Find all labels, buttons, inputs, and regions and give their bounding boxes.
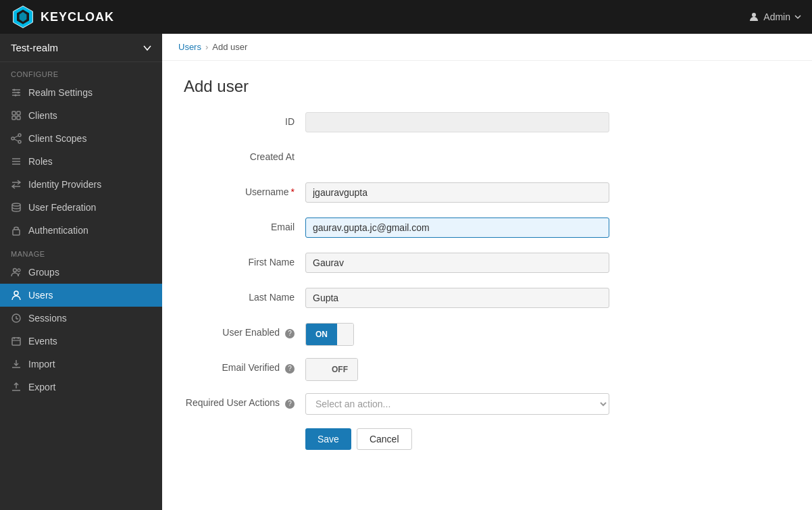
first-name-label: First Name [184,253,305,267]
email-verified-help-icon[interactable]: ? [285,364,295,374]
upload-icon [11,382,22,392]
cancel-button[interactable]: Cancel [357,428,412,450]
sidebar-item-import[interactable]: Import [0,353,162,376]
exchange-icon [11,179,22,190]
svg-point-3 [752,13,756,17]
configure-section-label: Configure [0,62,162,81]
svg-rect-13 [17,116,20,120]
sidebar-item-label: Realm Settings [28,87,93,98]
email-row: Email [184,218,790,242]
navbar: KEYCLOAK Admin [0,0,812,34]
first-name-row: First Name [184,253,790,277]
user-menu[interactable]: Admin [748,11,801,22]
toggle-on-button[interactable]: ON [306,324,337,345]
user-enabled-toggle-control[interactable]: ON [305,323,354,346]
sidebar-item-label: Groups [28,267,59,278]
last-name-label: Last Name [184,288,305,303]
svg-point-16 [18,141,21,143]
breadcrumb-current: Add user [212,42,247,52]
user-dropdown-icon [794,14,801,20]
email-verified-toggle: OFF [305,358,358,381]
first-name-input[interactable] [305,253,609,273]
brand: KEYCLOAK [11,5,114,29]
user-single-icon [11,290,22,301]
required-actions-help-icon[interactable]: ? [285,399,295,409]
sidebar-item-users[interactable]: Users [0,284,162,307]
sidebar-item-groups[interactable]: Groups [0,261,162,284]
user-label: Admin [763,11,790,22]
puzzle-icon [11,110,22,121]
database-icon [11,202,22,213]
form-buttons: Save Cancel [305,428,790,450]
clock-icon [11,313,22,324]
email-input[interactable] [305,218,609,238]
svg-point-7 [18,92,20,94]
breadcrumb-users-link[interactable]: Users [178,42,201,52]
sidebar-item-label: Identity Providers [28,179,101,190]
breadcrumb: Users › Add user [162,34,812,61]
id-row: ID [184,112,790,136]
realm-name: Test-realm [11,42,58,53]
lock-icon [11,225,22,236]
svg-point-5 [14,89,16,91]
user-enabled-label: User Enabled ? [184,323,305,338]
sidebar-item-realm-settings[interactable]: Realm Settings [0,81,162,104]
sidebar-item-events[interactable]: Events [0,330,162,353]
save-button[interactable]: Save [305,428,351,450]
svg-point-24 [14,269,17,272]
main-layout: Test-realm Configure Realm Settings [0,34,812,510]
sidebar-item-authentication[interactable]: Authentication [0,219,162,242]
sidebar-item-label: Client Scopes [28,133,86,144]
id-input[interactable] [305,112,609,132]
svg-rect-11 [17,111,20,115]
email-verified-label: Email Verified ? [184,358,305,374]
list-icon [11,156,22,167]
toggle-off-label[interactable]: OFF [322,359,357,380]
id-label: ID [184,112,305,127]
username-input[interactable] [305,182,609,203]
sidebar-item-client-scopes[interactable]: Client Scopes [0,127,162,150]
svg-point-15 [11,137,14,140]
sidebar-item-label: Events [28,336,57,347]
svg-point-22 [12,203,20,206]
sidebar-item-user-federation[interactable]: User Federation [0,196,162,219]
sidebar-item-clients[interactable]: Clients [0,104,162,127]
toggle-off-left[interactable] [306,359,322,380]
email-verified-toggle-control[interactable]: OFF [305,358,358,381]
sidebar-item-export[interactable]: Export [0,376,162,399]
svg-line-18 [14,139,18,141]
email-label: Email [184,218,305,232]
sidebar-item-sessions[interactable]: Sessions [0,307,162,330]
svg-rect-23 [13,230,20,235]
user-enabled-row: User Enabled ? ON [184,323,790,347]
realm-selector[interactable]: Test-realm [0,34,162,62]
sidebar-item-label: Sessions [28,313,67,324]
sidebar-item-identity-providers[interactable]: Identity Providers [0,173,162,196]
users-group-icon [11,267,22,278]
toggle-off-side[interactable] [337,324,353,345]
user-enabled-help-icon[interactable]: ? [285,329,295,338]
keycloak-logo-icon [11,5,35,29]
sidebar-item-label: User Federation [28,202,96,213]
user-icon [748,11,759,22]
required-user-actions-select[interactable]: Select an action... [305,393,609,415]
svg-rect-10 [12,111,16,115]
sidebar: Test-realm Configure Realm Settings [0,34,162,510]
sidebar-item-label: Clients [28,110,57,121]
svg-point-25 [18,269,20,272]
sidebar-item-label: Export [28,382,55,392]
realm-dropdown-icon [143,44,151,52]
created-at-row: Created At [184,147,790,172]
username-row: Username* [184,182,790,207]
page-title: Add user [184,77,790,96]
user-enabled-toggle: ON [305,323,354,346]
share-icon [11,133,22,144]
created-at-label: Created At [184,147,305,162]
last-name-input[interactable] [305,288,609,308]
breadcrumb-separator: › [205,42,208,52]
sidebar-item-roles[interactable]: Roles [0,150,162,173]
calendar-icon [11,336,22,347]
last-name-row: Last Name [184,288,790,312]
sidebar-item-label: Users [28,290,53,301]
sidebar-item-label: Authentication [28,225,88,236]
